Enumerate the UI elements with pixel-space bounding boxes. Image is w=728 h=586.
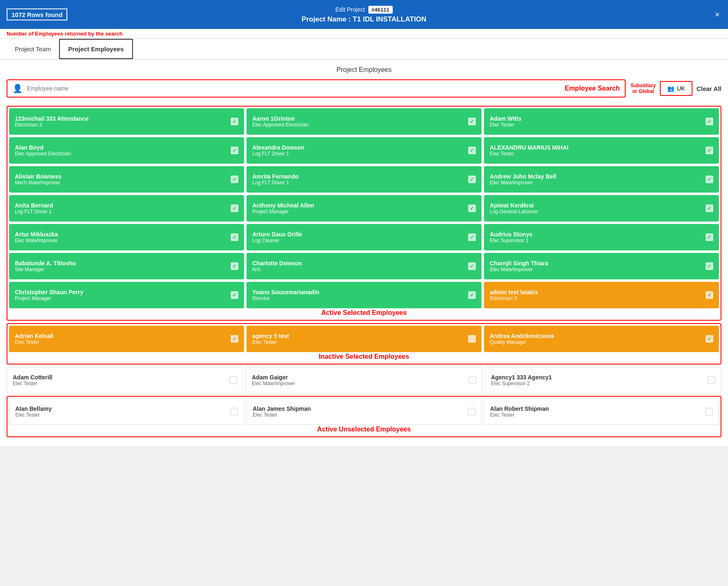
employee-card[interactable]: 123michail 333 AttendanceElectrician 3✓ xyxy=(9,108,244,135)
employee-card[interactable]: Andrew John Mclay BellElec Mate/Improver… xyxy=(484,166,719,193)
employee-checkbox[interactable]: ✓ xyxy=(468,147,476,154)
employee-checkbox[interactable]: ✓ xyxy=(706,335,713,343)
card-info: Christopher Shaun PerryProject Manager xyxy=(15,289,228,301)
employee-card[interactable]: Amrita FernandoLog FLT Driver 1✓ xyxy=(247,166,481,193)
employee-card[interactable]: Yoann SoucemarianadinDirector✓ xyxy=(247,282,481,308)
employee-role: Elec Tester xyxy=(13,381,226,386)
employee-checkbox[interactable]: ✓ xyxy=(468,291,476,299)
active-unselected-section: Alan BellamyElec TesterAlan James Shipma… xyxy=(7,396,721,437)
search-input[interactable] xyxy=(27,85,560,92)
card-info: Adam WittsElec Tester xyxy=(490,115,702,128)
employee-name: agency 5 test xyxy=(252,333,465,339)
search-box[interactable]: 👤 Employee Search xyxy=(7,79,626,98)
employee-checkbox[interactable]: ✓ xyxy=(468,205,476,212)
employee-card[interactable]: Adam GaigerElec Mate/Improver xyxy=(246,367,482,393)
employee-role: Site Manager xyxy=(15,267,228,272)
employee-role: Elec Tester xyxy=(252,339,465,345)
employee-checkbox[interactable]: ✓ xyxy=(706,291,713,299)
employee-card[interactable]: Agency1 333 Agency1Elec Supervisor 2 xyxy=(485,367,721,393)
employee-checkbox[interactable] xyxy=(468,335,476,343)
employee-card[interactable]: Alan James ShipmanElec Tester xyxy=(247,398,481,425)
person-icon: 👤 xyxy=(12,83,23,93)
employee-role: Log FLT Driver 1 xyxy=(252,151,465,157)
employee-card[interactable]: Christopher Shaun PerryProject Manager✓ xyxy=(9,282,244,308)
employee-checkbox[interactable]: ✓ xyxy=(468,233,476,241)
employee-checkbox[interactable]: ✓ xyxy=(468,262,476,270)
active-selected-label: Active Selected Employees xyxy=(9,309,719,317)
close-icon[interactable]: × xyxy=(715,10,720,19)
card-info: Alan Robert ShipmanElec Tester xyxy=(490,405,702,418)
employee-role: Elec Approved Electrician xyxy=(252,122,465,128)
clear-all-button[interactable]: Clear All xyxy=(697,85,721,92)
employee-card[interactable]: Charlotte DowsonN/A✓ xyxy=(247,253,481,279)
employee-card[interactable]: Alan BellamyElec Tester xyxy=(9,398,244,425)
employee-checkbox[interactable]: ✓ xyxy=(231,335,238,343)
employee-checkbox[interactable]: ✓ xyxy=(706,147,713,154)
employee-card[interactable]: ALEXANDRU MARIUS MIHAIElec Tester✓ xyxy=(484,137,719,164)
employee-card[interactable]: Andrea AndrikovicsovaQuality Manager✓ xyxy=(484,326,719,352)
employee-card[interactable]: Aaron 1GrintonElec Approved Electrician✓ xyxy=(247,108,481,135)
employee-card[interactable]: Anita BernardLog FLT Driver 1✓ xyxy=(9,195,244,222)
employee-card[interactable]: Artur MikluszkaElec Mate/Improver✓ xyxy=(9,224,244,250)
employee-checkbox[interactable]: ✓ xyxy=(706,233,713,241)
employee-name: Alan Boyd xyxy=(15,144,228,151)
card-info: Adrian KelsallElec Tester xyxy=(15,333,228,345)
employee-card[interactable]: Audrius StonysElec Supervisor 1✓ xyxy=(484,224,719,250)
employee-card[interactable]: Adam CotterillElec Tester xyxy=(7,367,243,393)
employee-card[interactable]: Arturo Daus OrilleLog Cleaner✓ xyxy=(247,224,481,250)
employee-role: Log Cleaner xyxy=(252,238,465,243)
employee-checkbox[interactable]: ✓ xyxy=(231,205,238,212)
employee-checkbox[interactable] xyxy=(230,408,238,415)
employee-card[interactable]: Anthony Micheal AllenProject Manager✓ xyxy=(247,195,481,222)
employee-checkbox[interactable]: ✓ xyxy=(468,176,476,183)
tab-project-employees[interactable]: Project Employees xyxy=(59,39,133,59)
employee-role: Elec Tester xyxy=(15,412,227,418)
employee-checkbox[interactable]: ✓ xyxy=(231,291,238,299)
employee-checkbox[interactable]: ✓ xyxy=(706,176,713,183)
employee-checkbox[interactable] xyxy=(468,408,475,415)
employee-checkbox[interactable]: ✓ xyxy=(231,262,238,270)
active-unselected-label: Active Unselected Employees xyxy=(9,426,719,433)
employee-checkbox[interactable] xyxy=(705,408,713,415)
employee-role: Elec Tester xyxy=(490,122,702,128)
employee-card[interactable]: Charnjit Singh ThiaraElec Mate/Improver✓ xyxy=(484,253,719,279)
employee-checkbox[interactable] xyxy=(708,376,715,384)
employee-checkbox[interactable]: ✓ xyxy=(231,176,238,183)
employee-card[interactable]: Adrian KelsallElec Tester✓ xyxy=(9,326,244,352)
subsidiary-button[interactable]: 👥 UK xyxy=(660,81,692,96)
employee-card[interactable]: Alexandra DowsonLog FLT Driver 1✓ xyxy=(247,137,481,164)
employee-name: Anita Bernard xyxy=(15,202,228,209)
employee-name: Adrian Kelsall xyxy=(15,333,228,339)
employee-checkbox[interactable]: ✓ xyxy=(468,118,476,125)
inactive-selected-grid: Adrian KelsallElec Tester✓agency 5 testE… xyxy=(9,326,719,352)
employee-name: Amrita Fernando xyxy=(252,173,465,180)
employee-checkbox[interactable]: ✓ xyxy=(231,118,238,125)
employee-checkbox[interactable]: ✓ xyxy=(706,118,713,125)
employee-role: Mech Mate/Improver xyxy=(15,180,228,186)
employee-checkbox[interactable]: ✓ xyxy=(231,233,238,241)
employee-checkbox[interactable]: ✓ xyxy=(706,262,713,270)
employee-card[interactable]: Babatunde A. TitioshoSite Manager✓ xyxy=(9,253,244,279)
employee-checkbox[interactable]: ✓ xyxy=(706,205,713,212)
card-info: Alan BellamyElec Tester xyxy=(15,405,227,418)
employee-name: Alan James Shipman xyxy=(253,405,465,412)
employee-card[interactable]: Adam WittsElec Tester✓ xyxy=(484,108,719,135)
tab-project-team[interactable]: Project Team xyxy=(7,40,59,58)
employee-checkbox[interactable] xyxy=(469,376,476,384)
employee-role: Log General Labourer xyxy=(490,209,702,214)
card-info: Amrita FernandoLog FLT Driver 1 xyxy=(252,173,465,186)
employee-card[interactable]: Alan Robert ShipmanElec Tester xyxy=(484,398,719,425)
employee-card[interactable]: agency 5 testElec Tester xyxy=(247,326,481,352)
employee-checkbox[interactable]: ✓ xyxy=(231,147,238,154)
employee-card[interactable]: admin test lalakisElectrician 3✓ xyxy=(484,282,719,308)
card-info: Arturo Daus OrilleLog Cleaner xyxy=(252,231,465,243)
employee-card[interactable]: Alan BoydElec Approved Electrician✓ xyxy=(9,137,244,164)
employee-role: Elec Mate/Improver xyxy=(252,381,465,386)
employee-name: Yoann Soucemarianadin xyxy=(252,289,465,295)
employee-card[interactable]: Alistair BownessMech Mate/Improver✓ xyxy=(9,166,244,193)
employee-card[interactable]: Apiwat KerdkraiLog General Labourer✓ xyxy=(484,195,719,222)
employee-checkbox[interactable] xyxy=(230,376,237,384)
group-icon: 👥 xyxy=(667,85,674,92)
employee-role: Elec Tester xyxy=(15,339,228,345)
employee-role: Elec Approved Electrician xyxy=(15,151,228,157)
